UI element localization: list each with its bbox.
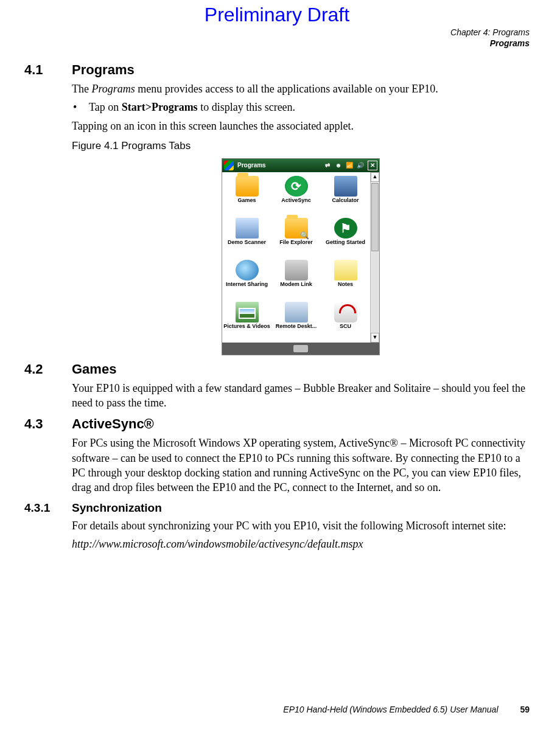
text: Tap on [89, 101, 122, 113]
app-label: SCU [340, 324, 351, 337]
heading-number: 4.3 [24, 416, 72, 432]
bullet-item: • Tap on Start>Programs to display this … [72, 100, 530, 114]
paragraph: Your EP10 is equipped with a few standar… [72, 381, 530, 411]
keyboard-icon[interactable] [293, 345, 308, 352]
globe-icon [236, 260, 259, 280]
text-italic: Programs [91, 83, 135, 95]
paragraph: For details about synchronizing your PC … [72, 518, 530, 533]
text-bold: Start>Programs [122, 101, 198, 113]
calculator-icon [334, 176, 357, 197]
watermark: Preliminary Draft [24, 0, 530, 27]
phone-icon [285, 260, 308, 280]
app-notes[interactable]: Notes [321, 259, 370, 301]
flag-icon: ⚑ [334, 218, 357, 239]
sync-icon: ⟳ [285, 176, 308, 197]
app-label: Getting Started [326, 240, 365, 253]
text: menu provides access to all the applicat… [135, 83, 438, 95]
app-label: Games [237, 198, 256, 211]
heading-number: 4.3.1 [24, 501, 72, 515]
close-icon[interactable]: ✕ [368, 161, 377, 170]
app-getting-started[interactable]: ⚑Getting Started [321, 217, 370, 259]
chapter-label: Chapter 4: Programs [24, 27, 530, 38]
heading-number: 4.2 [24, 361, 72, 377]
app-remote-desktop[interactable]: Remote Deskt... [271, 301, 321, 343]
device-bottombar [222, 343, 379, 355]
app-activesync[interactable]: ⟳ActiveSync [271, 175, 321, 217]
app-demo-scanner[interactable]: Demo Scanner [222, 217, 271, 259]
bullet-dot: • [72, 100, 89, 114]
app-games[interactable]: Games [222, 175, 271, 217]
heading-4-1: 4.1 Programs [24, 62, 530, 78]
page-number: 59 [520, 705, 530, 714]
section-label: Programs [24, 38, 530, 49]
paragraph: The Programs menu provides access to all… [72, 82, 530, 96]
heading-4-2: 4.2 Games [24, 361, 530, 377]
app-internet-sharing[interactable]: Internet Sharing [222, 259, 271, 301]
remote-desktop-icon [285, 302, 308, 322]
url-text: http://www.microsoft.com/windowsmobile/a… [72, 537, 530, 551]
connection-icon[interactable]: ⇄ [323, 161, 332, 170]
scroll-thumb[interactable] [371, 183, 379, 251]
heading-4-3-1: 4.3.1 Synchronization [24, 501, 530, 515]
heading-title: Games [72, 361, 116, 377]
volume-icon[interactable]: 🔊 [356, 161, 365, 170]
app-file-explorer[interactable]: File Explorer [271, 217, 321, 259]
device-titlebar: Programs ⇄ ☻ 📶 🔊 ✕ [222, 159, 379, 172]
heading-title: ActiveSync® [72, 416, 154, 432]
text: The [72, 83, 91, 95]
scroll-up-icon[interactable]: ▲ [371, 172, 379, 182]
app-label: Remote Deskt... [276, 324, 317, 337]
app-modem-link[interactable]: Modem Link [271, 259, 321, 301]
app-label: Pictures & Videos [223, 324, 270, 337]
app-scu[interactable]: SCU [321, 301, 370, 343]
app-label: File Explorer [279, 240, 313, 253]
heading-number: 4.1 [24, 62, 72, 78]
page-header: Chapter 4: Programs Programs [24, 27, 530, 49]
app-grid: Games ⟳ActiveSync Calculator Demo Scanne… [222, 172, 370, 343]
wifi-icon [334, 302, 357, 322]
paragraph: Tapping on an icon in this screen launch… [72, 119, 530, 133]
text: to display this screen. [198, 101, 295, 113]
app-pictures-videos[interactable]: Pictures & Videos [222, 301, 271, 343]
signal-icon[interactable]: 📶 [345, 161, 354, 170]
heading-title: Synchronization [72, 501, 162, 515]
scroll-down-icon[interactable]: ▼ [371, 333, 379, 343]
page-footer: EP10 Hand-Held (Windows Embedded 6.5) Us… [283, 705, 530, 714]
notes-icon [334, 260, 357, 280]
app-label: Calculator [332, 198, 359, 211]
picture-icon [236, 302, 259, 322]
app-calculator[interactable]: Calculator [321, 175, 370, 217]
folder-icon [236, 176, 259, 197]
app-label: ActiveSync [281, 198, 311, 211]
folder-search-icon [285, 218, 308, 239]
profile-icon[interactable]: ☻ [334, 161, 343, 170]
app-label: Demo Scanner [228, 240, 266, 253]
figure-caption: Figure 4.1 Programs Tabs [72, 139, 530, 153]
app-label: Notes [338, 282, 353, 295]
window-title: Programs [237, 161, 266, 170]
scrollbar[interactable]: ▲ ▼ [370, 172, 379, 343]
app-label: Modem Link [280, 282, 312, 295]
start-icon[interactable] [224, 161, 234, 170]
scanner-icon [236, 218, 259, 239]
heading-4-3: 4.3 ActiveSync® [24, 416, 530, 432]
scroll-track[interactable] [371, 182, 379, 333]
paragraph: For PCs using the Microsoft Windows XP o… [72, 436, 530, 495]
manual-title: EP10 Hand-Held (Windows Embedded 6.5) Us… [283, 705, 498, 714]
app-label: Internet Sharing [226, 282, 268, 295]
heading-title: Programs [72, 62, 135, 78]
programs-screenshot: Programs ⇄ ☻ 📶 🔊 ✕ Games ⟳ActiveSync Cal… [222, 158, 380, 355]
